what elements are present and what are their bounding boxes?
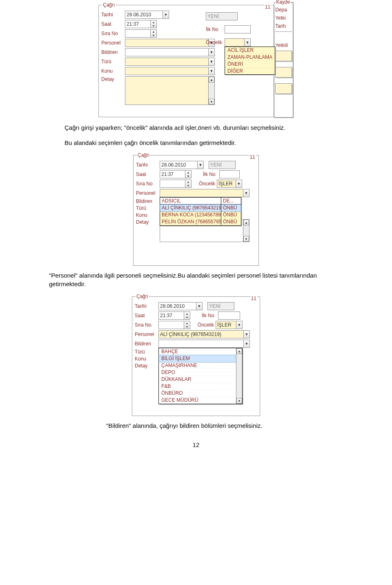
field-sirano[interactable]: ▲▼ <box>125 29 157 38</box>
spinner-icon[interactable]: ▲▼ <box>150 20 157 28</box>
scrollbar[interactable]: ▲ ▼ <box>208 77 214 105</box>
list-item[interactable]: PELİN ÖZKAN (7686557657) ÖNBÜ <box>160 218 241 225</box>
field-saat[interactable]: 21:37 ▲▼ <box>160 170 192 178</box>
scroll-up-icon[interactable]: ▲ <box>236 348 242 354</box>
label-oncelik: Öncelik <box>198 322 216 328</box>
field-ilkno[interactable] <box>225 25 251 33</box>
field-oncelik[interactable]: ▼ <box>225 38 251 47</box>
field-tarihi[interactable]: 28.06.2010 ▼ <box>160 161 204 169</box>
list-item[interactable]: BİLGİ İŞLEM <box>159 355 236 362</box>
field-saat[interactable]: 21:37 ▲▼ <box>125 20 157 28</box>
spinner-icon[interactable]: ▲▼ <box>185 170 192 178</box>
scroll-up-icon[interactable]: ▲ <box>209 77 214 82</box>
list-item[interactable]: ALİ ÇİNKILIÇ (9876543219) ÖNBÜ <box>160 205 241 211</box>
dropdown-icon[interactable]: ▼ <box>208 67 215 75</box>
label-konu: Konu <box>136 212 160 218</box>
dropdown-icon[interactable]: ▼ <box>243 330 250 338</box>
dropdown-bildiren-list[interactable]: BAHÇE BİLGİ İŞLEM ÇAMAŞIRHANE DEPO DÜKKA… <box>158 348 243 404</box>
dropdown-option[interactable]: ÖNERİ <box>225 61 275 68</box>
label-sirano: Sıra No <box>101 31 125 36</box>
label-tarihi: Tarihi <box>135 303 158 309</box>
dropdown-option[interactable]: DİĞER <box>225 68 275 74</box>
dropdown-icon[interactable]: ▼ <box>196 302 203 310</box>
field-ilkno[interactable] <box>219 170 240 178</box>
list-item[interactable]: ÖNBÜRO <box>159 390 236 397</box>
list-item[interactable]: GECE MÜDÜRÜ <box>159 397 236 404</box>
field-bildiren[interactable]: ▼ <box>125 48 215 56</box>
list-item[interactable]: BERNA KOCA (1234567890) ÖNBÜ <box>160 211 241 218</box>
list-item[interactable]: DÜKKANLAR <box>159 376 236 383</box>
dropdown-icon[interactable]: ▼ <box>243 189 249 197</box>
scrollbar[interactable]: ▲ ▼ <box>243 220 249 242</box>
dropdown-icon[interactable]: ▼ <box>208 58 215 66</box>
dropdown-icon[interactable]: ▼ <box>197 161 204 169</box>
body-text: Bu alandaki seçimleri çağrı öncelik tanı… <box>0 135 392 150</box>
label-turu: Türü <box>136 205 160 211</box>
field-sirano[interactable]: ▲▼ <box>160 180 192 188</box>
dropdown-icon[interactable]: ▼ <box>208 48 215 56</box>
body-text: "Personel" alanında ilgili personeli seç… <box>0 268 392 291</box>
label-personel: Personel <box>136 190 160 196</box>
field-turu[interactable]: ▼ <box>125 58 215 66</box>
scroll-down-icon[interactable]: ▼ <box>243 236 249 242</box>
kayde-field[interactable] <box>275 83 292 94</box>
body-text: "Bildiren" alanında, çağrıyı bildiren bö… <box>0 418 392 433</box>
label-turu: Türü <box>135 349 158 355</box>
group-legend: Çağrı <box>102 2 116 8</box>
field-saat[interactable]: 21:37 ▲▼ <box>158 311 190 320</box>
label-oncelik: Öncelik <box>206 40 225 45</box>
field-oncelik[interactable]: İŞLER ▼ <box>217 180 242 188</box>
label-bildiren: Bildiren <box>101 49 125 55</box>
screenshot-cagri-oncelik: Çağrı 11 Tarihi 28.06.2010 ▼ Saat 21:37 … <box>98 2 294 118</box>
field-ilkno[interactable] <box>218 311 240 320</box>
field-bildiren[interactable]: ▼ <box>158 340 250 348</box>
spinner-icon[interactable]: ▲▼ <box>150 29 157 38</box>
field-sirano[interactable]: ▲▼ <box>158 321 190 329</box>
group-badge: 11 <box>249 154 256 160</box>
field-personel[interactable]: ALİ ÇİNKILIÇ (9876543219) ▼ <box>158 330 250 338</box>
spinner-icon[interactable]: ▲▼ <box>184 321 190 329</box>
group-cagri: Çağrı 11 Tarihi 28.06.2010 ▼ Saat 21:37 … <box>98 2 274 117</box>
dropdown-icon[interactable]: ▼ <box>236 321 243 329</box>
list-item[interactable]: BAHÇE <box>159 348 236 355</box>
kayde-field[interactable] <box>275 67 292 78</box>
list-item[interactable]: ÇAMAŞIRHANE <box>159 362 236 369</box>
label-ilkno: İlk No <box>206 27 225 32</box>
label-detay: Detay <box>135 363 158 369</box>
group-badge: 11 <box>264 4 271 10</box>
dropdown-personel-list[interactable]: ADSICIL DE... ALİ ÇİNKILIÇ (9876543219) … <box>160 197 241 226</box>
spinner-icon[interactable]: ▲▼ <box>185 180 192 188</box>
group-badge: 11 <box>250 296 257 301</box>
scroll-down-icon[interactable]: ▼ <box>209 99 214 105</box>
kayde-label: Yetkili <box>275 42 292 48</box>
field-personel[interactable]: ▼ <box>125 39 215 47</box>
group-legend: Çağrı <box>136 294 149 299</box>
list-item[interactable]: DEPO <box>159 369 236 376</box>
label-detay: Detay <box>136 219 160 225</box>
dropdown-oncelik-list[interactable]: ACİL İŞLER ZAMAN-PLANLAMA ÖNERİ DİĞER <box>225 47 275 75</box>
field-tarihi[interactable]: 28.06.2010 ▼ <box>158 302 203 310</box>
label-saat: Saat <box>136 171 160 177</box>
dropdown-icon[interactable]: ▼ <box>244 38 251 47</box>
scroll-down-icon[interactable]: ▼ <box>236 398 242 404</box>
label-personel: Personel <box>101 40 125 46</box>
list-item[interactable]: F&B <box>159 383 236 390</box>
scroll-up-icon[interactable]: ▲ <box>243 220 249 225</box>
body-text: Çağrı girişi yaparken; "öncelik" alanınd… <box>0 120 392 135</box>
field-detay[interactable]: ▲ ▼ <box>125 76 215 105</box>
kayde-label: Depa <box>275 7 292 13</box>
field-personel[interactable]: ▼ <box>160 189 249 197</box>
field-oncelik[interactable]: İŞLER ▼ <box>216 321 243 329</box>
label-oncelik: Öncelik <box>199 181 217 187</box>
dropdown-option[interactable]: ZAMAN-PLANLAMA <box>225 54 275 61</box>
dropdown-icon[interactable]: ▼ <box>163 11 169 19</box>
spinner-icon[interactable]: ▲▼ <box>184 311 190 320</box>
scrollbar[interactable]: ▲ ▼ <box>236 348 242 404</box>
field-tarihi[interactable]: 28.06.2010 ▼ <box>125 11 169 19</box>
field-konu[interactable]: ▼ <box>125 67 215 75</box>
kayde-label: Yetki <box>275 15 292 21</box>
dropdown-option[interactable]: ACİL İŞLER <box>225 47 275 54</box>
dropdown-icon[interactable]: ▼ <box>243 340 250 348</box>
dropdown-icon[interactable]: ▼ <box>236 180 242 188</box>
kayde-field[interactable] <box>275 51 292 61</box>
